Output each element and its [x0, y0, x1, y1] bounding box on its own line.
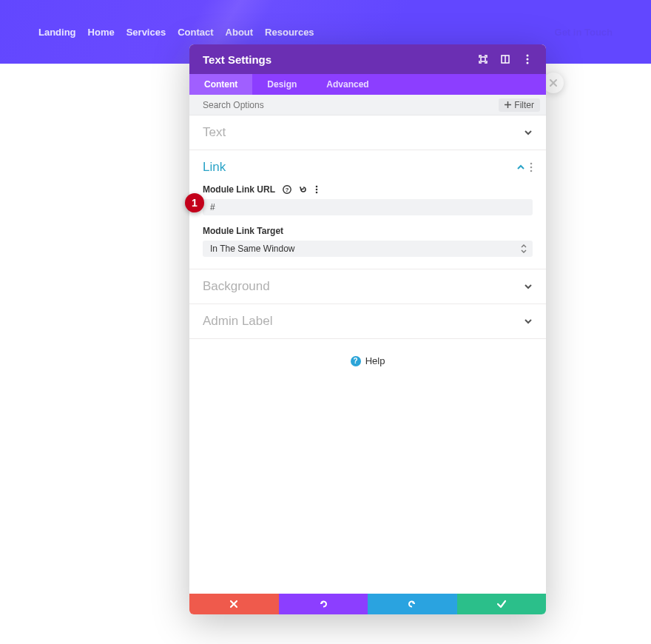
chevron-down-icon [524, 284, 533, 289]
section-admin-label: Admin Label [189, 304, 546, 339]
chevron-down-icon [524, 318, 533, 324]
panel-layout-icon[interactable] [500, 54, 510, 64]
svg-point-12 [316, 189, 318, 191]
svg-text:?: ? [286, 187, 289, 193]
help-row[interactable]: ? Help [189, 339, 546, 383]
reset-icon[interactable] [299, 185, 308, 194]
settings-modal: Text Settings Content Design Advanced Fi… [189, 44, 546, 614]
svg-point-11 [316, 186, 318, 188]
svg-point-4 [527, 58, 529, 61]
section-text: Text [189, 115, 546, 150]
section-background: Background [189, 269, 546, 304]
section-header-admin-label[interactable]: Admin Label [189, 304, 546, 338]
section-link: Link Module Link URL ? [189, 150, 546, 269]
field-label-target: Module Link Target [203, 226, 283, 236]
modal-title: Text Settings [203, 53, 271, 66]
close-icon [229, 600, 238, 608]
section-header-background[interactable]: Background [189, 269, 546, 303]
chevron-up-icon [516, 164, 525, 170]
undo-button[interactable] [279, 594, 368, 614]
undo-icon [318, 599, 328, 609]
cancel-button[interactable] [189, 594, 279, 614]
section-more-icon[interactable] [530, 162, 533, 172]
nav-link-landing[interactable]: Landing [38, 27, 76, 38]
redo-icon [407, 599, 417, 609]
section-title-link: Link [203, 160, 226, 175]
link-target-select[interactable]: In The Same Window [203, 241, 533, 257]
link-target-value: In The Same Window [210, 244, 295, 254]
nav-cta[interactable]: Get in Touch [555, 27, 613, 38]
svg-point-13 [316, 192, 318, 194]
section-title-background: Background [203, 279, 270, 294]
nav-link-home[interactable]: Home [88, 27, 115, 38]
confirm-button[interactable] [457, 594, 547, 614]
tab-advanced[interactable]: Advanced [311, 74, 383, 95]
check-icon [496, 600, 507, 608]
nav-link-services[interactable]: Services [127, 27, 166, 38]
redo-button[interactable] [368, 594, 457, 614]
field-label-url: Module Link URL [203, 184, 275, 195]
search-input[interactable] [203, 100, 499, 110]
modal-footer [189, 594, 546, 614]
filter-label: Filter [514, 100, 534, 110]
section-title-admin-label: Admin Label [203, 314, 273, 329]
svg-point-6 [530, 163, 533, 165]
close-icon [549, 78, 558, 87]
help-icon[interactable]: ? [283, 185, 291, 194]
modal-header: Text Settings [189, 44, 546, 74]
section-header-link[interactable]: Link [189, 150, 546, 184]
svg-rect-0 [481, 57, 485, 61]
svg-point-5 [527, 62, 529, 64]
nav-link-about[interactable]: About [226, 27, 254, 38]
tabs: Content Design Advanced [189, 74, 546, 95]
tab-content[interactable]: Content [189, 74, 252, 95]
annotation-badge-1: 1 [185, 193, 204, 212]
svg-point-8 [530, 170, 533, 172]
filter-button[interactable]: Filter [499, 98, 540, 112]
select-chevron-icon [521, 244, 527, 253]
nav-link-resources[interactable]: Resources [265, 27, 314, 38]
svg-point-3 [527, 55, 529, 57]
chevron-down-icon [524, 130, 533, 135]
help-label: Help [365, 355, 385, 366]
expand-icon[interactable] [478, 54, 488, 64]
nav-links: Landing Home Services Contact About Reso… [38, 27, 314, 38]
page-close-button[interactable] [543, 73, 564, 93]
section-title-text: Text [203, 125, 226, 140]
help-circle-icon: ? [351, 356, 361, 366]
section-body-link: Module Link URL ? Module Link Target [189, 184, 546, 269]
section-header-text[interactable]: Text [189, 115, 546, 150]
svg-point-7 [530, 167, 533, 169]
field-more-icon[interactable] [315, 185, 318, 194]
more-icon[interactable] [522, 54, 533, 64]
search-bar: Filter [189, 95, 546, 115]
link-url-input[interactable] [203, 199, 533, 215]
nav-link-contact[interactable]: Contact [178, 27, 213, 38]
plus-icon [505, 101, 511, 108]
tab-design[interactable]: Design [252, 74, 311, 95]
